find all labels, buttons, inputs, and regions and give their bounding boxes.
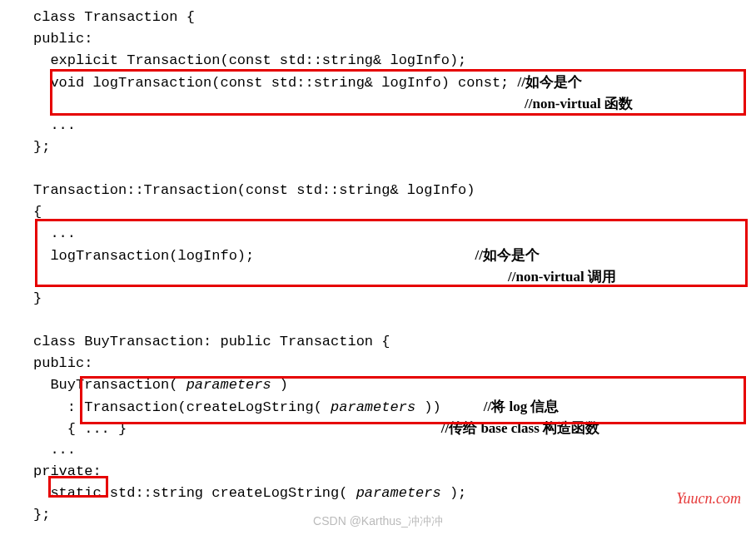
code-line: //non-virtual 调用 [33, 266, 756, 288]
code-line: Transaction::Transaction(const std::stri… [33, 180, 756, 201]
code-text: ); [441, 485, 467, 501]
code-text: BuyTransaction( [33, 377, 187, 393]
code-text: static std::string createLogString( [33, 485, 356, 501]
code-line: class BuyTransaction: public Transaction… [33, 331, 756, 353]
code-line: public: [33, 28, 756, 50]
comment-text: //如今是个 [518, 74, 582, 90]
param-text: parameters [187, 377, 271, 393]
blank-line [33, 158, 756, 180]
code-line: : Transaction(createLogString( parameter… [33, 396, 756, 418]
code-line: ... [33, 115, 756, 136]
code-line: void logTransaction(const std::string& l… [33, 72, 756, 93]
code-line: }; [33, 136, 756, 158]
code-line: logTransaction(logInfo); //如今是个 [33, 245, 756, 266]
watermark-yuucn: Yuucn.com [676, 488, 741, 510]
code-block: class Transaction { public: explicit Tra… [33, 7, 756, 526]
comment-text: //non-virtual 调用 [508, 269, 616, 285]
code-line: ... [33, 223, 756, 245]
param-text: parameters [331, 399, 415, 415]
comment-text: //将 log 信息 [484, 399, 560, 414]
code-line: { ... } //传给 base class 构造函数 [33, 418, 756, 439]
comment-text: //如今是个 [475, 247, 540, 263]
code-line: ... [33, 439, 756, 461]
code-line: { [33, 201, 756, 223]
code-line: private: [33, 461, 756, 483]
comment-text: //传给 base class 构造函数 [441, 420, 599, 436]
code-text: )) [415, 399, 484, 415]
blank-line [33, 310, 756, 331]
code-line: static std::string createLogString( para… [33, 483, 756, 504]
code-line: class Transaction { [33, 7, 756, 28]
code-text: ) [271, 377, 288, 393]
code-text: { ... } [33, 421, 441, 437]
code-line: BuyTransaction( parameters ) [33, 374, 756, 396]
code-line: //non-virtual 函数 [33, 93, 756, 115]
comment-text: //non-virtual 函数 [525, 96, 633, 111]
param-text: parameters [356, 485, 441, 501]
code-text: void logTransaction(const std::string& l… [33, 75, 518, 91]
watermark-csdn: CSDN @Karthus_冲冲冲 [313, 513, 443, 530]
code-line: public: [33, 353, 756, 374]
code-line: } [33, 288, 756, 310]
code-text: logTransaction(logInfo); [33, 248, 475, 264]
code-text: : Transaction(createLogString( [33, 399, 331, 415]
code-line: explicit Transaction(const std::string& … [33, 50, 756, 72]
